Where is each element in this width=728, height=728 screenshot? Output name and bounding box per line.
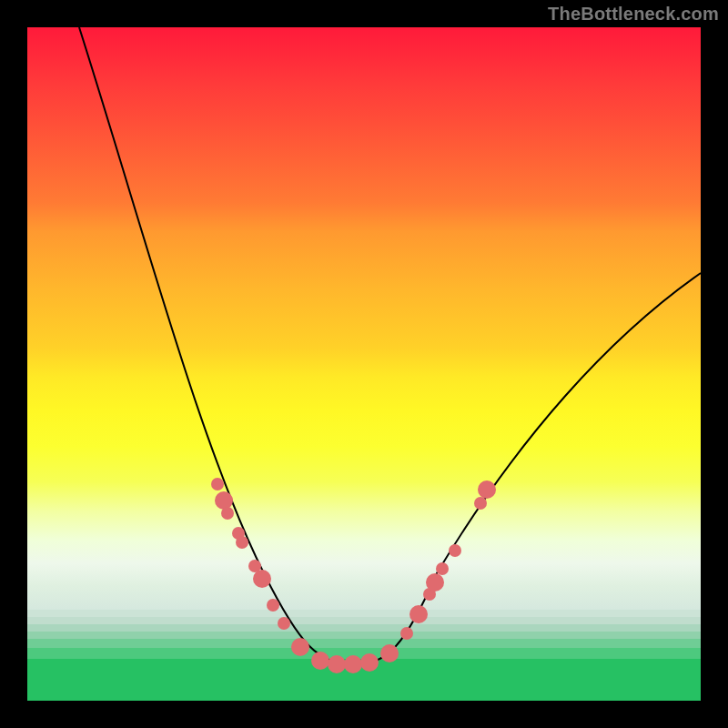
chart-frame: TheBottleneck.com — [0, 0, 728, 728]
data-marker — [474, 497, 487, 510]
data-marker — [311, 652, 329, 670]
data-marker — [253, 570, 271, 588]
bottleneck-curve — [79, 27, 701, 664]
plot-area — [27, 27, 701, 701]
data-marker — [449, 544, 461, 557]
data-marker — [360, 653, 379, 672]
chart-svg — [27, 27, 701, 701]
data-marker — [436, 562, 449, 575]
data-marker — [328, 655, 346, 673]
data-marker — [267, 599, 279, 612]
data-marker — [410, 605, 428, 623]
data-marker — [380, 644, 399, 662]
data-marker — [478, 480, 496, 499]
data-marker — [236, 536, 248, 549]
data-marker — [211, 478, 224, 490]
data-marker — [291, 638, 309, 656]
data-marker — [278, 617, 290, 630]
data-marker — [426, 573, 444, 592]
watermark-text: TheBottleneck.com — [548, 4, 719, 25]
data-marker — [344, 655, 362, 673]
data-marker — [215, 491, 233, 510]
data-marker — [400, 627, 413, 640]
data-marker — [221, 507, 234, 520]
